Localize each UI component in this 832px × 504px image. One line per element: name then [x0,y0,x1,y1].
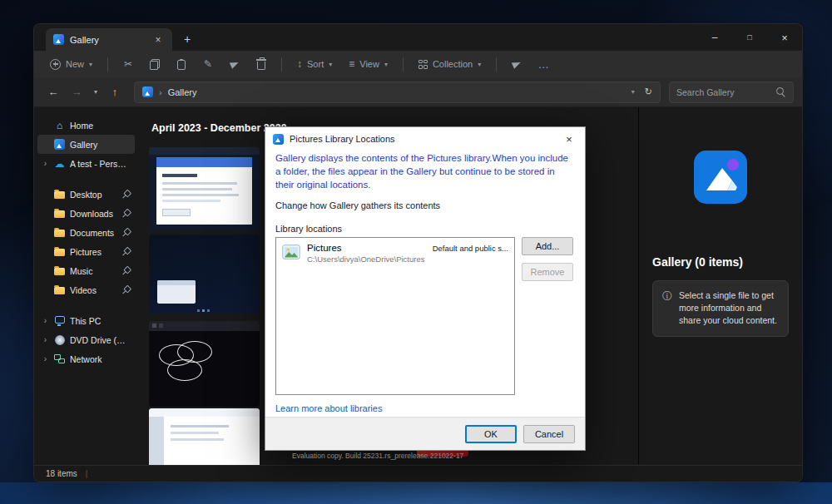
pin-icon [122,229,131,237]
chevron-down-icon: ▾ [384,61,388,68]
share-icon [230,59,240,68]
breadcrumb[interactable]: › Gallery ▾ ↻ [134,82,661,103]
learn-more-link[interactable]: Learn more about libraries [275,403,575,413]
share-button[interactable] [222,54,247,74]
thumbnail-artwork [162,174,197,177]
breadcrumb-right: ▾ ↻ [631,86,652,97]
copy-icon [150,59,160,70]
thumbnail-artwork [171,425,229,427]
dialog-close-button[interactable]: × [555,129,583,149]
forward-button[interactable]: → [66,82,87,103]
gallery-thumbnail[interactable] [149,321,260,407]
sidebar-item-music[interactable]: Music [37,261,135,280]
gallery-thumbnail[interactable] [149,408,260,465]
sidebar-gap [37,299,135,311]
view-icon: ≡ [349,59,354,69]
sort-dropdown[interactable]: ↕ Sort ▾ [290,55,339,73]
expand-chevron-icon[interactable]: › [42,316,49,325]
expand-chevron-icon[interactable]: › [42,354,49,363]
sidebar-item-downloads[interactable]: Downloads [37,204,135,223]
folder-icon [54,287,65,295]
library-locations-listbox[interactable]: Pictures C:\Users\divya\OneDrive\Picture… [275,237,515,395]
library-location-item[interactable]: Pictures C:\Users\divya\OneDrive\Picture… [279,240,512,266]
remove-button[interactable]: Remove [522,263,573,281]
dialog-footer: OK Cancel [265,417,585,450]
share-pane-button[interactable] [504,54,529,74]
gallery-icon [142,86,153,97]
sidebar-item-network[interactable]: › Network [37,349,135,368]
pin-icon [122,190,131,199]
sidebar-item-label: DVD Drive (D:) CCC [70,335,131,345]
thumbnail-artwork [149,417,164,465]
tab-gallery[interactable]: Gallery × [46,28,172,51]
paste-button[interactable] [169,54,194,74]
folder-icon [54,249,65,257]
rename-button[interactable]: ✎ [196,54,220,74]
thumbnail-artwork [197,309,200,312]
thumbnail-artwork [164,417,260,465]
thumbnail-artwork [162,188,232,190]
sidebar-item-onedrive[interactable]: › ☁ A test - Personal [37,154,135,173]
close-button[interactable]: × [767,24,802,51]
view-dropdown[interactable]: ≡ View ▾ [341,55,395,73]
pin-icon [122,267,131,275]
gallery-thumbnail[interactable] [149,235,260,314]
computer-icon [55,316,65,324]
sidebar-item-home[interactable]: ⌂ Home [37,116,135,135]
thumbnail-artwork [167,359,202,381]
details-pane: Gallery (0 items) ⓘ Select a single file… [638,107,802,465]
new-button-label: New [66,59,84,69]
sidebar-item-pictures[interactable]: Pictures [37,242,135,261]
network-icon [54,354,65,363]
sidebar-item-desktop[interactable]: Desktop [37,185,135,204]
refresh-button[interactable]: ↻ [645,86,652,97]
folder-icon [54,191,65,200]
new-button[interactable]: New ▾ [42,55,100,74]
sidebar-item-documents[interactable]: Documents [37,223,135,242]
copy-button[interactable] [142,54,167,74]
minimize-button[interactable]: – [697,24,732,51]
maximize-button[interactable]: □ [732,24,767,51]
add-button[interactable]: Add... [522,237,573,255]
breadcrumb-separator: › [159,87,162,97]
details-info-text: Select a single file to get more informa… [679,289,779,328]
cut-icon: ✂ [124,59,132,69]
new-tab-button[interactable]: + [177,29,197,49]
search-box[interactable] [669,82,794,103]
paste-icon [177,60,186,70]
gallery-thumbnail[interactable] [149,147,260,230]
search-input[interactable] [676,87,771,97]
cancel-button[interactable]: Cancel [523,425,575,443]
sidebar-item-videos[interactable]: Videos [37,280,135,299]
address-dropdown-icon[interactable]: ▾ [631,88,635,96]
tab-close-icon[interactable]: × [151,33,165,47]
breadcrumb-location[interactable]: Gallery [168,87,197,97]
dialog-title-bar[interactable]: Pictures Library Locations × [265,127,585,151]
disc-icon [55,335,65,345]
delete-button[interactable] [249,54,274,74]
onedrive-cloud-icon: ☁ [55,158,65,170]
thumbnail-artwork [171,432,219,434]
sort-label: Sort [307,59,324,69]
sidebar-item-dvd-drive[interactable]: › DVD Drive (D:) CCC [37,330,135,349]
ok-button[interactable]: OK [465,425,517,443]
rename-icon: ✎ [204,59,212,69]
sidebar-item-this-pc[interactable]: › This PC [37,311,135,330]
items-count: 18 items [46,469,77,478]
thumbnail-artwork [159,324,163,328]
pin-icon [122,210,131,218]
desktop: Gallery × + – □ × New ▾ ✂ [0,0,832,504]
expand-chevron-icon[interactable]: › [42,335,49,344]
cut-button[interactable]: ✂ [116,54,141,74]
expand-chevron-icon[interactable]: › [42,159,49,168]
dialog-content: Gallery displays the contents of the Pic… [265,151,585,417]
sidebar-item-gallery[interactable]: Gallery [37,135,135,154]
back-button[interactable]: ← [42,82,64,103]
up-button[interactable]: ↑ [104,82,126,103]
library-location-path: C:\Users\divya\OneDrive\Pictures [307,254,424,264]
more-options-button[interactable]: … [531,54,556,74]
collection-dropdown[interactable]: Collection ▾ [411,55,488,73]
chevron-down-icon: ▾ [478,61,481,68]
recent-locations-button[interactable]: ▾ [89,82,102,103]
address-bar: ← → ▾ ↑ › Gallery ▾ ↻ [34,77,802,107]
